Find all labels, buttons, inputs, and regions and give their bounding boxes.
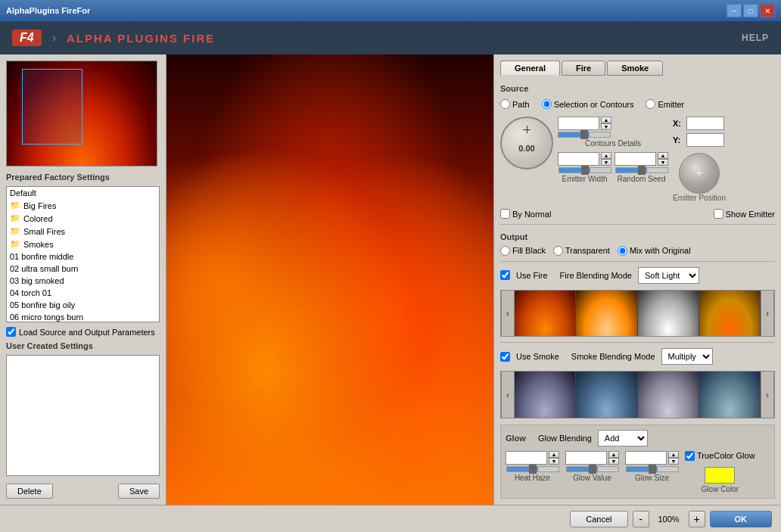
folder-icon: 📁 xyxy=(10,226,20,236)
smoke-next-button[interactable]: › xyxy=(761,371,774,418)
random-seed-slider[interactable] xyxy=(615,167,668,173)
list-item[interactable]: 📁 Small Fires xyxy=(7,225,159,238)
glow-value-slider[interactable] xyxy=(566,466,619,472)
save-button[interactable]: Save xyxy=(118,484,160,499)
heat-haze-slider[interactable] xyxy=(506,466,559,472)
list-item[interactable]: 05 bonfire big oily xyxy=(7,299,159,311)
glow-color-swatch[interactable] xyxy=(705,467,735,484)
list-item[interactable]: 02 ultra small burn xyxy=(7,263,159,275)
help-button[interactable]: HELP xyxy=(742,33,769,43)
ok-button[interactable]: OK xyxy=(710,511,773,527)
emitter-width-up-btn[interactable]: ▲ xyxy=(601,152,611,159)
fire-thumb-3[interactable] xyxy=(638,290,699,338)
list-item[interactable]: Default xyxy=(7,187,159,199)
load-params-row: Load Source and Output Parameters xyxy=(6,327,160,337)
true-color-checkbox[interactable] xyxy=(685,451,695,461)
emitter-width-slider[interactable] xyxy=(559,167,611,173)
random-seed-input[interactable]: 1.00 xyxy=(615,152,656,166)
fill-black-radio[interactable] xyxy=(500,246,510,256)
contours-up-btn[interactable]: ▲ xyxy=(601,117,611,123)
contours-down-btn[interactable]: ▼ xyxy=(601,123,611,130)
heat-haze-down-btn[interactable]: ▼ xyxy=(549,458,559,465)
heat-haze-spinner-btns: ▲ ▼ xyxy=(549,451,559,465)
contours-input[interactable]: 50.00 xyxy=(558,117,599,130)
list-item[interactable]: 04 torch 01 xyxy=(7,287,159,299)
divider-3 xyxy=(500,342,775,343)
output-radios: Fill Black Transparent Mix with Original xyxy=(500,246,775,256)
transparent-radio[interactable] xyxy=(553,246,563,256)
fire-blending-select[interactable]: Soft Light Normal Multiply Screen Overla… xyxy=(638,267,699,284)
list-item[interactable]: 01 bonfire middle xyxy=(7,250,159,263)
glow-size-slider[interactable] xyxy=(626,466,679,472)
glow-value-up-btn[interactable]: ▲ xyxy=(608,451,619,458)
app-header: F4 › Alpha Plugins Fire HELP xyxy=(0,21,781,54)
by-normal-checkbox[interactable] xyxy=(500,209,510,219)
emitter-width-input[interactable]: 20.00 xyxy=(558,152,599,166)
fire-thumb-2[interactable] xyxy=(576,290,637,338)
use-smoke-checkbox[interactable] xyxy=(500,352,510,362)
heat-haze-up-btn[interactable]: ▲ xyxy=(549,451,559,458)
minimize-button[interactable]: ─ xyxy=(727,4,742,17)
emitter-sphere[interactable]: + xyxy=(679,153,720,194)
tab-smoke[interactable]: Smoke xyxy=(607,61,663,76)
output-label: Output xyxy=(500,232,775,241)
smoke-blending-mode-label: Smoke Blending Mode xyxy=(571,352,655,361)
smoke-thumb-4[interactable] xyxy=(699,371,761,418)
close-button[interactable]: ✕ xyxy=(760,4,775,17)
transparent-item: Transparent xyxy=(553,246,610,256)
fire-thumb-4[interactable] xyxy=(699,290,761,338)
chevron-icon: › xyxy=(52,31,56,45)
maximize-button[interactable]: □ xyxy=(743,4,758,17)
smoke-thumb-1[interactable] xyxy=(515,371,576,418)
glow-blending-select[interactable]: Add Normal Screen xyxy=(598,430,648,446)
show-emitter-label: Show Emitter xyxy=(726,210,775,219)
smoke-thumb-3[interactable] xyxy=(638,371,699,418)
dial-control[interactable]: 0.00 xyxy=(500,117,553,170)
smoke-thumb-2[interactable] xyxy=(576,371,637,418)
list-item[interactable]: 📁 Smokes xyxy=(7,238,159,250)
smoke-prev-button[interactable]: ‹ xyxy=(501,371,515,418)
glow-size-spinner-btns: ▲ ▼ xyxy=(668,451,679,465)
random-seed-up-btn[interactable]: ▲ xyxy=(658,152,668,159)
list-item[interactable]: 📁 Big Fires xyxy=(7,199,159,212)
glow-value-down-btn[interactable]: ▼ xyxy=(608,458,619,465)
glow-size-down-btn[interactable]: ▼ xyxy=(668,458,679,465)
glow-value-input[interactable]: 36.27 xyxy=(565,451,607,465)
load-params-checkbox[interactable] xyxy=(6,327,16,337)
tab-fire[interactable]: Fire xyxy=(562,61,605,76)
smoke-blending-select[interactable]: Multiply Normal Screen Overlay Add xyxy=(661,348,713,365)
path-radio[interactable] xyxy=(500,99,510,109)
emitter-radio[interactable] xyxy=(646,99,655,109)
tab-general[interactable]: General xyxy=(500,61,560,76)
x-input[interactable]: 0.20 xyxy=(686,117,724,130)
fire-prev-button[interactable]: ‹ xyxy=(501,290,515,338)
show-emitter-checkbox[interactable] xyxy=(714,209,723,219)
glow-size-input[interactable]: 28.72 xyxy=(625,451,667,465)
contours-slider[interactable] xyxy=(558,132,611,138)
item-label: Colored xyxy=(23,214,53,223)
zoom-minus-button[interactable]: - xyxy=(633,511,649,527)
use-fire-checkbox[interactable] xyxy=(500,270,510,280)
mix-original-radio[interactable] xyxy=(618,246,627,256)
delete-button[interactable]: Delete xyxy=(6,484,53,499)
smoke-header-row: Use Smoke Smoke Blending Mode Multiply N… xyxy=(500,348,775,365)
zoom-plus-button[interactable]: + xyxy=(689,511,705,527)
list-item[interactable]: 📁 Colored xyxy=(7,212,159,225)
fire-next-button[interactable]: › xyxy=(761,290,774,338)
list-item[interactable]: 03 big smoked xyxy=(7,275,159,287)
settings-list[interactable]: Default 📁 Big Fires 📁 Colored 📁 Small Fi… xyxy=(7,187,159,322)
heat-haze-input[interactable]: 64.23 xyxy=(506,451,547,465)
folder-icon: 📁 xyxy=(10,213,20,223)
y-input[interactable]: 0.00 xyxy=(686,133,724,147)
emitter-width-down-btn[interactable]: ▼ xyxy=(601,159,611,166)
cancel-button[interactable]: Cancel xyxy=(570,511,627,527)
true-color-label: TrueColor Glow xyxy=(697,451,755,460)
random-seed-down-btn[interactable]: ▼ xyxy=(658,159,668,166)
load-params-label: Load Source and Output Parameters xyxy=(19,328,155,337)
fire-thumb-1[interactable] xyxy=(515,290,576,338)
list-item[interactable]: 06 micro tongs burn xyxy=(7,311,159,322)
user-settings-box xyxy=(6,355,160,476)
selection-radio[interactable] xyxy=(542,99,552,109)
item-label: Smokes xyxy=(23,240,54,249)
glow-size-up-btn[interactable]: ▲ xyxy=(668,451,679,458)
